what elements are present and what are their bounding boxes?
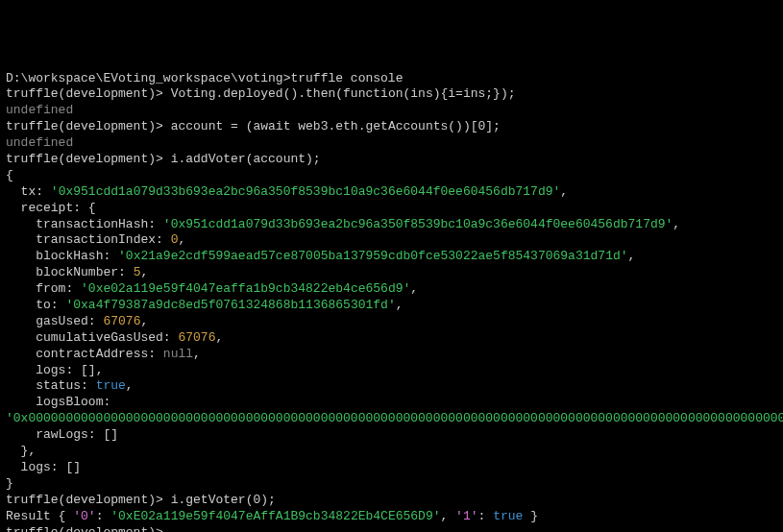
- obj-val: 67076: [178, 330, 215, 345]
- obj-val: '0x21a9e2cdf599aead57ce87005ba137959cdb0…: [118, 249, 628, 263]
- terminal-output[interactable]: D:\workspace\EVoting_workspace\voting>tr…: [6, 71, 777, 532]
- obj-key: from:: [6, 281, 81, 296]
- obj-key: logs:: [6, 363, 81, 377]
- cmd-text: truffle console: [290, 71, 403, 85]
- result-val: true: [493, 509, 523, 523]
- result-key: '0': [73, 509, 95, 523]
- obj-key: contractAddress:: [6, 347, 163, 361]
- obj-val: null: [163, 347, 193, 361]
- obj-val: '0x951cdd1a079d33b693ea2bc96a350f8539bc1…: [51, 184, 561, 199]
- obj-key: cumulativeGasUsed:: [6, 330, 178, 345]
- obj-key: status:: [6, 378, 96, 393]
- obj-val: 67076: [103, 314, 140, 328]
- obj-key: logsBloom:: [6, 395, 118, 409]
- obj-val: []: [81, 363, 96, 377]
- obj-key: rawLogs:: [6, 427, 103, 442]
- obj-val: '0xe02a119e59f4047eaffa1b9cb34822eb4ce65…: [81, 281, 410, 296]
- result-val: '0xE02a119e59f4047eAffA1B9cb34822Eb4CE65…: [110, 509, 440, 523]
- prompt: truffle(development)>: [6, 525, 171, 533]
- prompt: truffle(development)>: [6, 493, 171, 507]
- undefined-output: undefined: [6, 135, 777, 152]
- obj-key: gasUsed:: [6, 314, 103, 328]
- cmd-text: Voting.deployed().then(function(ins){i=i…: [171, 86, 516, 101]
- obj-key: to:: [6, 298, 65, 312]
- cmd-text: i.addVoter(account);: [171, 152, 321, 166]
- brace: {: [6, 168, 777, 184]
- prompt: truffle(development)>: [6, 119, 171, 133]
- result-prefix: Result {: [6, 509, 73, 523]
- obj-key: logs:: [6, 460, 65, 474]
- prompt: truffle(development)>: [6, 86, 171, 101]
- obj-key: transactionHash:: [6, 217, 163, 231]
- undefined-output: undefined: [6, 103, 777, 119]
- obj-val: []: [65, 460, 81, 474]
- obj-key: transactionIndex:: [6, 232, 171, 247]
- obj-val: '0x0000000000000000000000000000000000000…: [6, 411, 783, 425]
- obj-val: true: [96, 378, 126, 393]
- cmd-text: account = (await web3.eth.getAccounts())…: [171, 119, 501, 133]
- obj-key: blockNumber:: [6, 265, 134, 279]
- brace: }: [6, 444, 28, 458]
- obj-key: tx:: [6, 184, 51, 199]
- obj-val: '0x951cdd1a079d33b693ea2bc96a350f8539bc1…: [163, 217, 673, 231]
- prompt: truffle(development)>: [6, 152, 171, 166]
- obj-val: []: [103, 427, 118, 442]
- result-key: '1': [455, 509, 477, 523]
- obj-val: '0xa4f79387a9dc8ed5f0761324868b113686530…: [65, 298, 395, 312]
- brace: }: [6, 476, 777, 493]
- prompt-path: D:\workspace\EVoting_workspace\voting>: [6, 71, 290, 85]
- cmd-text: i.getVoter(0);: [171, 493, 276, 507]
- obj-key: blockHash:: [6, 249, 118, 263]
- obj-key: receipt:: [6, 201, 88, 215]
